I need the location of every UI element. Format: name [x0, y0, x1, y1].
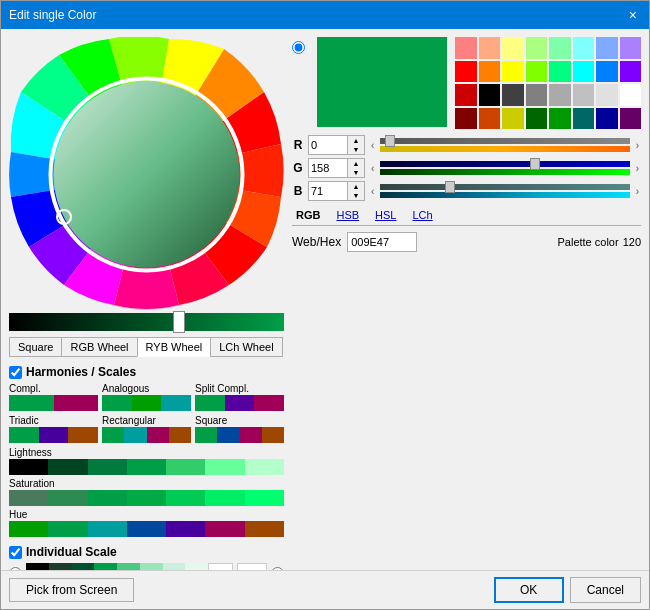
preset-swatch-7[interactable]	[620, 37, 642, 59]
preset-swatch-10[interactable]	[502, 61, 524, 83]
preset-swatch-26[interactable]	[502, 108, 524, 130]
harmony-split-swatch-0[interactable]	[195, 395, 225, 411]
slider-b-track[interactable]	[380, 181, 629, 201]
harmony-sq-swatch-0[interactable]	[195, 427, 217, 443]
harmonies-checkbox-label[interactable]: Harmonies / Scales	[9, 365, 284, 379]
mode-tab-rgb[interactable]: RGB	[292, 207, 324, 223]
slider-b-up[interactable]: ▲	[348, 182, 364, 191]
harmony-rect-swatch-0[interactable]	[102, 427, 124, 443]
preset-swatch-0[interactable]	[455, 37, 477, 59]
preset-swatch-31[interactable]	[620, 108, 642, 130]
slider-g-track[interactable]	[380, 158, 629, 178]
preset-swatch-27[interactable]	[526, 108, 548, 130]
cancel-button[interactable]: Cancel	[570, 577, 641, 603]
pick-from-screen-button[interactable]: Pick from Screen	[9, 578, 134, 602]
preset-swatch-30[interactable]	[596, 108, 618, 130]
tab-lch-wheel[interactable]: LCh Wheel	[210, 337, 282, 357]
preset-swatch-21[interactable]	[573, 84, 595, 106]
brightness-bar-container[interactable]	[9, 313, 284, 331]
preset-swatch-11[interactable]	[526, 61, 548, 83]
slider-g-spinbox: ▲ ▼	[308, 158, 365, 178]
preset-swatch-18[interactable]	[502, 84, 524, 106]
preset-swatch-2[interactable]	[502, 37, 524, 59]
preset-swatch-22[interactable]	[596, 84, 618, 106]
harmony-triad-swatch-2[interactable]	[68, 427, 98, 443]
preset-swatch-25[interactable]	[479, 108, 501, 130]
webhex-input[interactable]	[347, 232, 417, 252]
slider-b-left-arrow[interactable]: ‹	[369, 186, 376, 197]
slider-g-up[interactable]: ▲	[348, 159, 364, 168]
ok-button[interactable]: OK	[494, 577, 564, 603]
preset-swatch-4[interactable]	[549, 37, 571, 59]
slider-r-right-arrow[interactable]: ›	[634, 140, 641, 151]
slider-b-thumb[interactable]	[445, 181, 455, 193]
preset-swatch-23[interactable]	[620, 84, 642, 106]
slider-r-down[interactable]: ▼	[348, 145, 364, 154]
slider-b-input[interactable]	[308, 181, 348, 201]
tab-rgb-wheel[interactable]: RGB Wheel	[61, 337, 136, 357]
harmony-analog-swatch-2[interactable]	[161, 395, 191, 411]
slider-r-track[interactable]	[380, 135, 629, 155]
preset-swatch-15[interactable]	[620, 61, 642, 83]
preset-swatch-9[interactable]	[479, 61, 501, 83]
preset-swatch-28[interactable]	[549, 108, 571, 130]
preset-swatch-1[interactable]	[479, 37, 501, 59]
preset-swatch-12[interactable]	[549, 61, 571, 83]
harmony-triad-swatch-1[interactable]	[39, 427, 69, 443]
preset-swatch-29[interactable]	[573, 108, 595, 130]
preset-swatch-3[interactable]	[526, 37, 548, 59]
preset-swatch-17[interactable]	[479, 84, 501, 106]
mode-tab-hsb[interactable]: HSB	[332, 207, 363, 223]
harmonies-checkbox[interactable]	[9, 366, 22, 379]
color-wheel[interactable]	[9, 37, 284, 312]
harmony-sq-swatch-3[interactable]	[262, 427, 284, 443]
individual-scale-label[interactable]: Individual Scale	[9, 545, 284, 559]
color-radio[interactable]	[292, 41, 305, 54]
slider-g-right-arrow[interactable]: ›	[634, 163, 641, 174]
left-panel: Square RGB Wheel RYB Wheel LCh Wheel Har…	[9, 37, 284, 562]
harmony-triad-swatch-0[interactable]	[9, 427, 39, 443]
slider-g-thumb[interactable]	[530, 158, 540, 170]
bottom-right-buttons: OK Cancel	[494, 577, 641, 603]
preset-swatch-8[interactable]	[455, 61, 477, 83]
preset-swatch-16[interactable]	[455, 84, 477, 106]
harmony-analog-swatch-1[interactable]	[132, 395, 162, 411]
harmony-split-swatch-1[interactable]	[225, 395, 255, 411]
preset-swatch-13[interactable]	[573, 61, 595, 83]
harmony-split-swatch-2[interactable]	[254, 395, 284, 411]
harmony-sq-swatch-2[interactable]	[240, 427, 262, 443]
preset-swatch-6[interactable]	[596, 37, 618, 59]
slider-r-thumb[interactable]	[385, 135, 395, 147]
tab-square[interactable]: Square	[9, 337, 61, 357]
slider-r-up[interactable]: ▲	[348, 136, 364, 145]
harmony-compl-swatch-0[interactable]	[9, 395, 54, 411]
color-mode-tabs: RGB HSB HSL LCh	[292, 207, 641, 226]
harmony-rect-swatch-3[interactable]	[169, 427, 191, 443]
harmony-rect-swatch-2[interactable]	[147, 427, 169, 443]
preset-swatch-14[interactable]	[596, 61, 618, 83]
slider-r-left-arrow[interactable]: ‹	[369, 140, 376, 151]
slider-g-input[interactable]	[308, 158, 348, 178]
brightness-bar[interactable]	[9, 313, 284, 331]
preset-swatch-24[interactable]	[455, 108, 477, 130]
harmony-rect-swatch-1[interactable]	[124, 427, 146, 443]
preset-swatch-20[interactable]	[549, 84, 571, 106]
mode-tab-hsl[interactable]: HSL	[371, 207, 400, 223]
slider-b-right-arrow[interactable]: ›	[634, 186, 641, 197]
webhex-label: Web/Hex	[292, 235, 341, 249]
preset-swatch-5[interactable]	[573, 37, 595, 59]
close-button[interactable]: ×	[625, 7, 641, 23]
preset-swatch-19[interactable]	[526, 84, 548, 106]
harmony-compl-swatch-1[interactable]	[54, 395, 99, 411]
mode-tab-lch[interactable]: LCh	[408, 207, 436, 223]
tab-ryb-wheel[interactable]: RYB Wheel	[137, 337, 211, 357]
current-color-preview	[317, 37, 447, 127]
slider-g-down[interactable]: ▼	[348, 168, 364, 177]
slider-g-left-arrow[interactable]: ‹	[369, 163, 376, 174]
brightness-thumb[interactable]	[173, 311, 185, 333]
slider-r-input[interactable]	[308, 135, 348, 155]
harmony-analog-swatch-0[interactable]	[102, 395, 132, 411]
slider-b-down[interactable]: ▼	[348, 191, 364, 200]
harmony-sq-swatch-1[interactable]	[217, 427, 239, 443]
individual-scale-checkbox[interactable]	[9, 546, 22, 559]
